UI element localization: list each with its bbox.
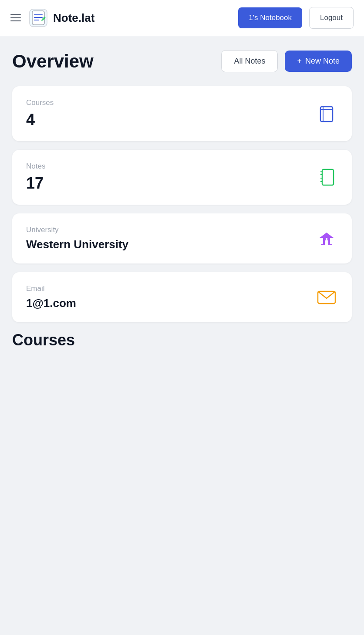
svg-rect-17 [325,240,328,245]
courses-value: 4 [26,111,54,129]
logo-container: Note.lat [28,7,94,28]
email-icon [315,286,338,309]
email-label: Email [26,284,76,293]
svg-marker-16 [320,233,334,238]
university-card: University Western University [12,213,352,263]
notebook-button[interactable]: 1's Notebook [238,7,302,28]
page-title: Overview [12,51,214,72]
page-header: Overview All Notes + New Note [12,50,352,72]
app-name: Note.lat [53,11,94,25]
notes-card-content: Notes 17 [26,162,45,193]
plus-icon: + [297,57,302,66]
hamburger-menu[interactable] [10,14,21,21]
email-card-content: Email 1@1.com [26,284,76,310]
all-notes-button[interactable]: All Notes [221,50,278,72]
notes-icon [315,166,338,189]
university-label: University [26,226,128,234]
app-header: Note.lat 1's Notebook Logout [0,0,364,36]
new-note-label: New Note [305,57,340,66]
new-note-button[interactable]: + New Note [285,51,352,72]
bottom-courses-heading: Courses [12,331,352,349]
email-card: Email 1@1.com [12,272,352,322]
notes-label: Notes [26,162,45,171]
courses-card: Courses 4 [12,86,352,141]
notes-card: Notes 17 [12,150,352,205]
notes-value: 17 [26,174,45,193]
courses-icon [315,102,338,125]
email-value: 1@1.com [26,297,76,310]
university-icon [315,227,338,250]
university-card-content: University Western University [26,226,128,251]
courses-card-content: Courses 4 [26,98,54,129]
main-content: Overview All Notes + New Note Courses 4 … [0,36,364,363]
app-logo-icon [28,7,49,28]
logout-button[interactable]: Logout [309,7,354,29]
courses-label: Courses [26,98,54,107]
university-value: Western University [26,238,128,251]
svg-rect-8 [322,169,334,185]
